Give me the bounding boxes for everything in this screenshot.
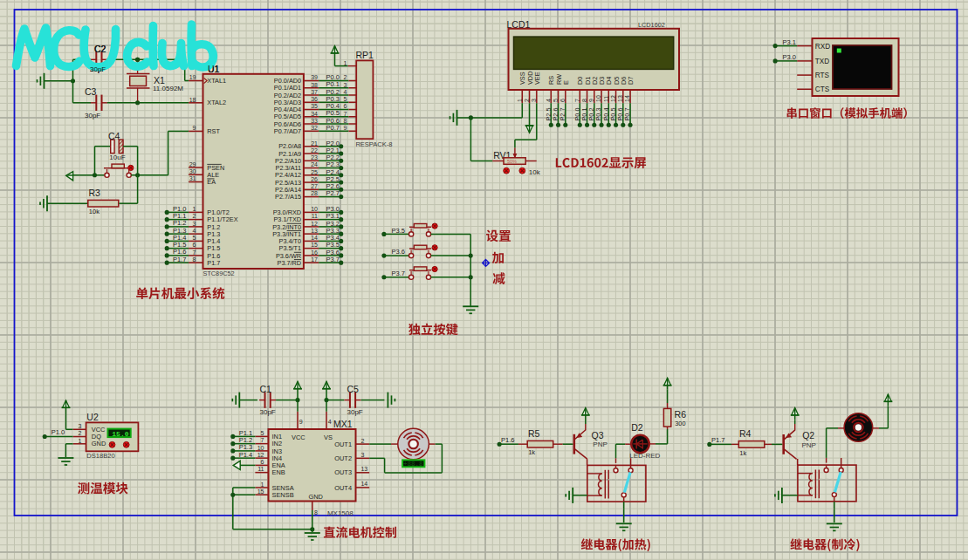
svg-text:26: 26 — [311, 176, 318, 182]
svg-text:35: 35 — [311, 103, 318, 109]
svg-text:34: 34 — [311, 111, 318, 117]
svg-text:2: 2 — [360, 438, 364, 444]
svg-text:C2: C2 — [94, 44, 106, 54]
svg-text:GND: GND — [309, 493, 323, 501]
svg-text:P1.7: P1.7 — [711, 436, 724, 444]
svg-text:8: 8 — [581, 99, 587, 102]
svg-text:15.0: 15.0 — [112, 430, 128, 438]
svg-text:P2.7: P2.7 — [326, 189, 340, 197]
svg-text:C3: C3 — [85, 86, 97, 97]
svg-text:36: 36 — [311, 96, 318, 102]
svg-text:EA: EA — [207, 178, 216, 186]
svg-text:SENSB: SENSB — [272, 491, 294, 499]
svg-text:P0.7: P0.7 — [326, 124, 340, 132]
svg-text:RESPACK-8: RESPACK-8 — [355, 140, 392, 148]
svg-text:1k: 1k — [739, 449, 746, 457]
svg-text:P3.5: P3.5 — [392, 227, 405, 235]
svg-text:30: 30 — [189, 168, 196, 174]
svg-text:1: 1 — [193, 206, 196, 212]
svg-text:7: 7 — [574, 99, 580, 102]
svg-text:18: 18 — [189, 97, 196, 103]
svg-text:39: 39 — [311, 74, 318, 80]
svg-text:RTS: RTS — [815, 72, 830, 79]
svg-text:8: 8 — [314, 509, 318, 516]
svg-text:3: 3 — [360, 452, 364, 458]
svg-text:30pF: 30pF — [85, 112, 100, 120]
svg-text:9: 9 — [588, 99, 594, 102]
svg-text:P3.7/RD: P3.7/RD — [278, 259, 302, 267]
svg-text:24: 24 — [311, 161, 318, 167]
svg-text:MX1: MX1 — [333, 419, 353, 429]
svg-text:R3: R3 — [89, 188, 101, 198]
svg-text:37: 37 — [311, 89, 318, 95]
svg-text:1: 1 — [517, 99, 523, 102]
svg-text:12: 12 — [257, 452, 264, 458]
svg-text:STC89C52: STC89C52 — [203, 270, 235, 277]
svg-text:VEE: VEE — [533, 72, 541, 85]
svg-text:P0.7/AD7: P0.7/AD7 — [274, 127, 301, 135]
svg-text:30pF: 30pF — [90, 65, 106, 73]
svg-text:22: 22 — [311, 147, 318, 154]
svg-text:17: 17 — [311, 256, 318, 263]
svg-text:E: E — [562, 80, 570, 85]
svg-text:C1: C1 — [260, 384, 272, 394]
svg-text:30pF: 30pF — [260, 408, 276, 416]
svg-text:3: 3 — [344, 82, 347, 88]
svg-text:2: 2 — [193, 213, 196, 219]
svg-text:P3.7: P3.7 — [326, 256, 340, 263]
svg-text:P1.4: P1.4 — [239, 451, 252, 459]
svg-text:RP1: RP1 — [355, 50, 374, 60]
svg-text:U2: U2 — [86, 412, 99, 422]
svg-text:2: 2 — [79, 430, 82, 436]
svg-text:XTAL1: XTAL1 — [207, 77, 226, 85]
svg-text:R4: R4 — [739, 428, 752, 439]
svg-text:1k: 1k — [528, 448, 535, 456]
svg-text:7: 7 — [193, 249, 196, 256]
svg-text:OUT1: OUT1 — [334, 440, 352, 448]
svg-text:+88.8: +88.8 — [403, 461, 423, 468]
svg-text:P1.0: P1.0 — [51, 428, 65, 436]
svg-text:9: 9 — [299, 419, 303, 425]
svg-text:21: 21 — [311, 140, 318, 147]
svg-text:16: 16 — [311, 249, 318, 256]
svg-text:11.0592M: 11.0592M — [153, 85, 183, 92]
svg-text:29: 29 — [189, 161, 196, 167]
svg-text:10: 10 — [257, 445, 264, 451]
svg-text:3: 3 — [79, 423, 82, 429]
svg-text:D7: D7 — [627, 77, 635, 85]
svg-text:8: 8 — [193, 256, 196, 263]
svg-text:12: 12 — [311, 221, 318, 227]
svg-text:10uF: 10uF — [109, 154, 125, 161]
svg-text:P1.7: P1.7 — [173, 256, 186, 263]
svg-text:PNP: PNP — [593, 440, 607, 448]
svg-text:1: 1 — [344, 60, 347, 66]
svg-text:30pF: 30pF — [347, 408, 363, 416]
svg-text:5: 5 — [553, 99, 559, 102]
svg-text:Q2: Q2 — [802, 430, 814, 440]
svg-text:P2.7/A15: P2.7/A15 — [275, 193, 301, 201]
svg-text:8: 8 — [344, 118, 347, 124]
svg-text:15: 15 — [311, 242, 318, 248]
svg-text:12: 12 — [610, 95, 616, 102]
svg-text:38: 38 — [311, 82, 318, 88]
svg-text:32: 32 — [311, 125, 318, 131]
svg-text:P3.0: P3.0 — [783, 53, 796, 61]
svg-text:Q3: Q3 — [592, 430, 604, 440]
svg-text:14: 14 — [624, 95, 630, 102]
svg-text:1: 1 — [79, 438, 82, 444]
svg-text:6: 6 — [560, 99, 566, 102]
svg-text:PNP: PNP — [802, 441, 816, 449]
svg-text:31: 31 — [189, 175, 196, 181]
svg-text:13: 13 — [617, 95, 623, 102]
svg-text:25: 25 — [311, 169, 318, 175]
svg-text:U1: U1 — [208, 64, 220, 74]
svg-text:R5: R5 — [528, 428, 540, 439]
svg-text:14: 14 — [360, 481, 367, 487]
svg-text:5: 5 — [261, 430, 264, 436]
svg-text:R6: R6 — [675, 409, 687, 420]
svg-text:P1.7: P1.7 — [207, 259, 220, 267]
svg-text:OUT4: OUT4 — [334, 484, 352, 492]
svg-text:VS: VS — [324, 434, 333, 441]
svg-text:23: 23 — [311, 154, 318, 160]
svg-text:ENB: ENB — [272, 468, 285, 476]
